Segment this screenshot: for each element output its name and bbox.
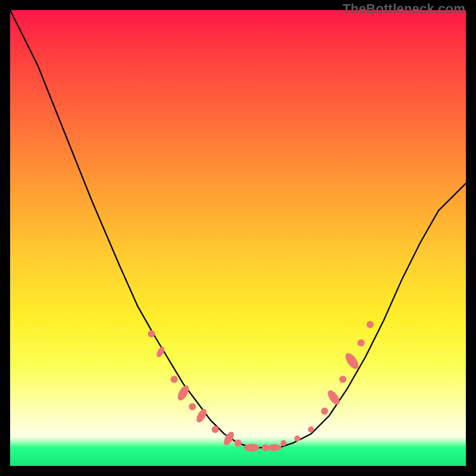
marker-dot — [308, 427, 314, 433]
marker-dot — [234, 440, 242, 447]
markers-group — [148, 321, 374, 452]
marker-oval — [176, 384, 191, 402]
marker-dot — [189, 403, 196, 410]
marker-dot — [321, 408, 328, 415]
marker-dot — [295, 436, 300, 441]
marker-oval — [325, 389, 342, 407]
marker-dot — [367, 321, 374, 328]
bottleneck-curve — [10, 10, 466, 447]
marker-dot — [339, 376, 346, 383]
marker-dot — [358, 339, 365, 346]
watermark: TheBottleneck.com — [343, 1, 465, 17]
marker-oval — [244, 444, 259, 452]
marker-oval — [222, 430, 236, 447]
marker-dot — [281, 440, 287, 446]
plot-area — [10, 10, 466, 466]
marker-dot — [212, 426, 219, 433]
curve-svg — [10, 10, 466, 466]
marker-oval — [268, 444, 281, 452]
marker-dot — [148, 330, 155, 337]
chart-container: TheBottleneck.com — [0, 0, 476, 476]
marker-dot — [171, 376, 178, 383]
